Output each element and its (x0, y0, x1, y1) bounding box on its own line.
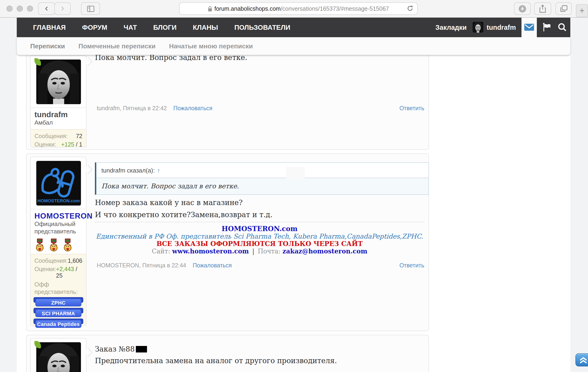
avatar-tundrafm[interactable] (36, 342, 81, 372)
reload-icon (407, 5, 413, 12)
alerts-flag-button[interactable] (543, 23, 551, 32)
url-path: /conversations/165373/#message-515067 (281, 5, 389, 12)
signature-representative-line: Единственный в РФ Оф. представитель Sci … (95, 232, 424, 240)
online-indicator-icon (34, 341, 41, 348)
reply-link[interactable]: Ответить (399, 262, 424, 269)
messages-label: Сообщения: (34, 258, 68, 264)
scroll-to-top-button[interactable] (576, 353, 588, 366)
window-close-button[interactable] (7, 6, 12, 12)
subnav-item-starred[interactable]: Помеченные переписки (78, 42, 155, 50)
downloads-button[interactable] (514, 2, 531, 15)
report-link[interactable]: Пожаловаться (173, 105, 212, 112)
badge-label: Canada Peptides (35, 320, 81, 328)
quote-block[interactable]: tundrafm сказал(а): ↑ Пока молчит. Вопро… (95, 162, 429, 195)
nav-item-forum[interactable]: ФОРУМ (82, 23, 107, 31)
order-number-text: Заказ №88 (95, 345, 135, 353)
ratings-label: Оценки: (34, 141, 56, 148)
message-paragraph-1: Номер заказа какой у нас в магазине? (95, 199, 424, 207)
nav-item-main[interactable]: ГЛАВНАЯ (33, 23, 66, 31)
window-minimize-button[interactable] (17, 6, 23, 12)
double-chevron-up-icon (580, 356, 587, 363)
user-stats-box: Сообщения: 72 Оценки: +125 / 1 (31, 129, 86, 147)
user-panel-tundrafm (30, 338, 86, 372)
medal-bear-icon (48, 238, 59, 252)
avatar-tundrafm[interactable] (36, 60, 81, 104)
message-card-2: HOMOSTERON Официальный представитель Соо… (26, 154, 429, 331)
medal-bear-icon (34, 238, 45, 252)
nav-item-blogs[interactable]: БЛОГИ (153, 23, 177, 31)
browser-chrome: ‹ › forum.anabolicshops.com/conversation… (0, 0, 588, 18)
quote-attribution: tundrafm сказал(а): (101, 167, 155, 174)
forward-button[interactable]: › (54, 2, 71, 15)
share-icon (539, 4, 546, 13)
top-navigation: ГЛАВНАЯ ФОРУМ ЧАТ БЛОГИ КЛАНЫ ПОЛЬЗОВАТЕ… (17, 17, 570, 37)
bookmarks-link[interactable]: Закладки (435, 23, 467, 31)
user-title-line1: Официальный (34, 220, 82, 227)
sidebar-icon (87, 5, 94, 12)
badge-label: ZPHC (35, 299, 81, 306)
inbox-tab-active[interactable] (522, 17, 537, 37)
badge-sci-pharma[interactable]: SCI PHARMA (35, 309, 81, 317)
badge-zphc[interactable]: ZPHC (35, 299, 81, 306)
nav-username[interactable]: tundrafm (487, 23, 516, 31)
signature-mail-label: Почта: (258, 247, 281, 255)
share-button[interactable] (534, 2, 551, 15)
window-zoom-button[interactable] (27, 6, 33, 12)
subnav-item-conversations[interactable]: Переписки (30, 42, 65, 50)
signature-mail-link[interactable]: zakaz@homosteron.com (283, 247, 368, 255)
quote-header: tundrafm сказал(а): ↑ (96, 163, 429, 178)
signature-site-link[interactable]: www.homosteron.com (172, 247, 249, 255)
signature-site-title[interactable]: HOMOSTERON.com (95, 225, 424, 232)
address-bar[interactable]: forum.anabolicshops.com/conversations/16… (179, 2, 418, 15)
lock-icon (208, 6, 212, 11)
flag-icon (543, 23, 551, 32)
subnav-item-started-by-me[interactable]: Начатые мною переписки (169, 42, 253, 50)
badge-canada-peptides[interactable]: Canada Peptides (35, 320, 81, 328)
avatar-homosteron[interactable] (36, 161, 81, 206)
signature-site-label: Сайт: (152, 247, 170, 255)
message-card-3: Заказ №88 Предпочтительна замена на анал… (26, 335, 429, 372)
nav-item-clans[interactable]: КЛАНЫ (193, 23, 218, 31)
download-icon (518, 4, 527, 13)
user-title: Амбал (34, 119, 82, 126)
quote-jump-arrow-icon[interactable]: ↑ (157, 167, 160, 174)
back-button[interactable]: ‹ (38, 2, 55, 15)
conversation-subnav: Переписки Помеченные переписки Начатые м… (17, 37, 570, 55)
user-panel-homosteron: HOMOSTERON Официальный представитель Соо… (30, 157, 86, 326)
ratings-positive: +125 (61, 141, 74, 148)
username-link[interactable]: HOMOSTERON (34, 212, 82, 220)
message-body: Номер заказа какой у нас в магазине? И ч… (95, 199, 424, 219)
message-body: Заказ №88 Предпочтительна замена на анал… (95, 345, 424, 365)
messages-count: 1,606 (68, 258, 82, 264)
signature-orders-warning: ВСЕ ЗАКАЗЫ ОФОРМЛЯЮТСЯ ТОЛЬКО ЧЕРЕЗ САЙТ (95, 240, 424, 247)
username-link[interactable]: tundrafm (34, 110, 82, 119)
new-tab-button[interactable]: + (576, 4, 588, 17)
award-medals (31, 237, 86, 252)
medal-bear-icon (62, 238, 73, 252)
nav-avatar[interactable] (473, 22, 483, 32)
user-stats-box: Сообщения: 1,606 Оценки: +2,443 / 25 Офф… (31, 254, 86, 326)
message-meta: HOMOSTERON, Пятница в 22:44 (97, 262, 186, 269)
badge-label: SCI PHARMA (35, 309, 81, 317)
messages-label: Сообщения: (34, 133, 68, 140)
message-line-2: Предпочтительна замена на аналог от друг… (95, 357, 424, 365)
message-footer: tundrafm, Пятница в 22:42 Пожаловаться О… (97, 105, 424, 112)
tab-overview-button[interactable] (556, 2, 572, 15)
back-chevron-icon: ‹ (45, 3, 48, 12)
tabs-icon (560, 5, 567, 12)
online-indicator-icon (34, 58, 41, 66)
search-button[interactable] (558, 23, 567, 32)
reload-button[interactable] (407, 5, 413, 13)
redaction-patch (286, 167, 305, 180)
sidebar-toggle-button[interactable] (81, 2, 100, 15)
search-icon (558, 23, 567, 32)
nav-item-users[interactable]: ПОЛЬЗОВАТЕЛИ (234, 23, 290, 31)
message-meta: tundrafm, Пятница в 22:42 (97, 105, 167, 112)
report-link[interactable]: Пожаловаться (193, 262, 232, 269)
message-paragraph-2: И что конкретно хотите?Замена,возврат и … (95, 211, 424, 219)
nav-item-chat[interactable]: ЧАТ (124, 23, 137, 31)
message-card-1: tundrafm Амбал Сообщения: 72 Оценки: +12… (26, 52, 429, 150)
reply-link[interactable]: Ответить (399, 105, 424, 112)
signature-block: HOMOSTERON.com Единственный в РФ Оф. пре… (95, 222, 424, 255)
ratings-positive: +2,443 (56, 266, 74, 272)
